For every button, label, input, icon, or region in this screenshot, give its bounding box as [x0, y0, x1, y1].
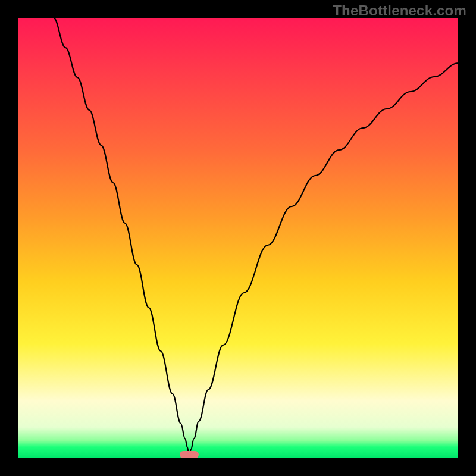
curve-svg [18, 18, 458, 458]
watermark-text: TheBottleneck.com [333, 2, 466, 19]
chart-frame: TheBottleneck.com [0, 0, 476, 476]
curve-right-branch [189, 63, 458, 457]
plot-area [18, 18, 458, 458]
optimal-point-marker [180, 451, 199, 458]
curve-left-branch [54, 18, 189, 457]
